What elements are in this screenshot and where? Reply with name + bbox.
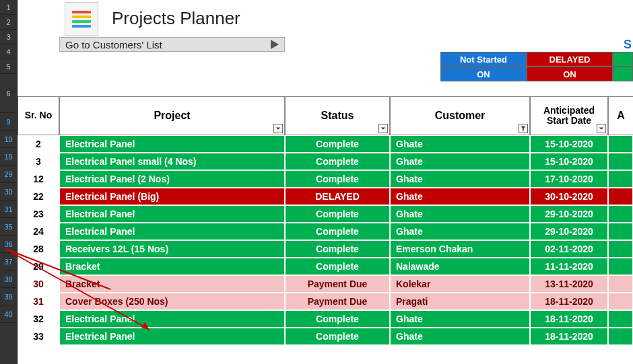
cell-cutoff[interactable] xyxy=(608,188,633,205)
row-header[interactable]: 36 xyxy=(0,235,17,253)
row-header[interactable]: 30 xyxy=(0,183,17,201)
cell-sr[interactable]: 2 xyxy=(18,135,59,153)
cell-cutoff[interactable] xyxy=(608,310,633,328)
cell-status[interactable]: Payment Due xyxy=(285,293,390,310)
cell-project[interactable]: Electrical Panel xyxy=(59,223,285,240)
cell-sr[interactable]: 22 xyxy=(18,188,59,205)
row-header[interactable]: 9 xyxy=(0,113,17,131)
row-header[interactable]: 5 xyxy=(0,59,17,74)
cell-cutoff[interactable] xyxy=(608,153,633,170)
cell-cutoff[interactable] xyxy=(608,328,633,345)
cell-date[interactable]: 11-11-2020 xyxy=(530,258,608,275)
filter-dropdown-icon[interactable] xyxy=(597,124,606,133)
cell-date[interactable]: 13-11-2020 xyxy=(530,275,608,293)
cell-cutoff[interactable] xyxy=(608,205,633,223)
table-row[interactable]: 22Electrical Panel (Big)DELAYEDGhate30-1… xyxy=(18,188,633,205)
cell-project[interactable]: Electrical Panel xyxy=(59,205,285,223)
col-header-anticipated[interactable]: Anticipated Start Date xyxy=(530,96,608,135)
go-to-customers-button[interactable]: Go to Customers' List xyxy=(59,37,285,52)
row-header[interactable]: 40 xyxy=(0,305,17,323)
cell-customer[interactable]: Ghate xyxy=(390,310,530,328)
row-header[interactable]: 10 xyxy=(0,131,17,148)
cell-sr[interactable]: 31 xyxy=(18,293,59,310)
row-header[interactable]: 39 xyxy=(0,288,17,305)
cell-date[interactable]: 15-10-2020 xyxy=(530,135,608,153)
cell-sr[interactable]: 30 xyxy=(18,275,59,293)
cell-status[interactable]: Complete xyxy=(285,170,390,188)
row-header[interactable]: 38 xyxy=(0,270,17,288)
cell-date[interactable]: 18-11-2020 xyxy=(530,310,608,328)
cell-customer[interactable]: Ghate xyxy=(390,188,530,205)
cell-customer[interactable]: Ghate xyxy=(390,153,530,170)
cell-status[interactable]: Complete xyxy=(285,258,390,275)
row-header[interactable]: 4 xyxy=(0,44,17,59)
col-header-cutoff[interactable]: A xyxy=(608,96,633,135)
cell-customer[interactable]: Kolekar xyxy=(390,275,530,293)
cell-cutoff[interactable] xyxy=(608,240,633,258)
cell-status[interactable]: Complete xyxy=(285,135,390,153)
cell-customer[interactable]: Ghate xyxy=(390,170,530,188)
cell-customer[interactable]: Ghate xyxy=(390,205,530,223)
table-row[interactable]: 12Electrical Panel (2 Nos)CompleteGhate1… xyxy=(18,170,633,188)
table-row[interactable]: 31Cover Boxes (250 Nos)Payment DuePragat… xyxy=(18,293,633,310)
cell-sr[interactable]: 12 xyxy=(18,170,59,188)
cell-sr[interactable]: 32 xyxy=(18,310,59,328)
cell-cutoff[interactable] xyxy=(608,258,633,275)
cell-project[interactable]: Electrical Panel small (4 Nos) xyxy=(59,153,285,170)
cell-cutoff[interactable] xyxy=(608,223,633,240)
cell-project[interactable]: Electrical Panel xyxy=(59,310,285,328)
cell-status[interactable]: Complete xyxy=(285,310,390,328)
table-row[interactable]: 33Electrical PanelCompleteGhate18-11-202… xyxy=(18,328,633,345)
cell-status[interactable]: Complete xyxy=(285,205,390,223)
cell-date[interactable]: 30-10-2020 xyxy=(530,188,608,205)
cell-project[interactable]: Electrical Panel (2 Nos) xyxy=(59,170,285,188)
cell-customer[interactable]: Pragati xyxy=(390,293,530,310)
cell-date[interactable]: 29-10-2020 xyxy=(530,205,608,223)
filter-active-icon[interactable] xyxy=(519,124,528,133)
row-header[interactable]: 19 xyxy=(0,148,17,166)
filter-dropdown-icon[interactable] xyxy=(273,124,283,133)
cell-customer[interactable]: Ghate xyxy=(390,135,530,153)
cell-sr[interactable]: 3 xyxy=(18,153,59,170)
row-header[interactable]: 3 xyxy=(0,30,17,44)
cell-date[interactable]: 18-11-2020 xyxy=(530,328,608,345)
col-header-customer[interactable]: Customer xyxy=(390,96,530,135)
cell-customer[interactable]: Emerson Chakan xyxy=(390,240,530,258)
cell-sr[interactable]: 28 xyxy=(18,240,59,258)
cell-project[interactable]: Electrical Panel xyxy=(59,135,285,153)
row-header[interactable]: 31 xyxy=(0,201,17,218)
cell-status[interactable]: Complete xyxy=(285,240,390,258)
row-header[interactable]: 1 xyxy=(0,0,17,15)
filter-dropdown-icon[interactable] xyxy=(378,124,388,133)
cell-customer[interactable]: Ghate xyxy=(390,223,530,240)
cell-status[interactable]: Complete xyxy=(285,153,390,170)
table-row[interactable]: 32Electrical PanelCompleteGhate18-11-202… xyxy=(18,310,633,328)
cell-sr[interactable]: 29 xyxy=(18,258,59,275)
cell-project[interactable]: Electrical Panel (Big) xyxy=(59,188,285,205)
row-header[interactable]: 35 xyxy=(0,218,17,235)
row-header[interactable]: 37 xyxy=(0,253,17,270)
table-row[interactable]: 3Electrical Panel small (4 Nos)CompleteG… xyxy=(18,153,633,170)
cell-date[interactable]: 02-11-2020 xyxy=(530,240,608,258)
table-row[interactable]: 30BracketPayment DueKolekar13-11-2020 xyxy=(18,275,633,293)
cell-date[interactable]: 18-11-2020 xyxy=(530,293,608,310)
table-row[interactable]: 23Electrical PanelCompleteGhate29-10-202… xyxy=(18,205,633,223)
cell-date[interactable]: 15-10-2020 xyxy=(530,153,608,170)
table-row[interactable]: 2Electrical PanelCompleteGhate15-10-2020 xyxy=(18,135,633,153)
cell-project[interactable]: Bracket xyxy=(59,258,285,275)
cell-cutoff[interactable] xyxy=(608,293,633,310)
row-header[interactable]: 29 xyxy=(0,166,17,183)
row-header[interactable]: 6 xyxy=(0,74,17,113)
cell-date[interactable]: 17-10-2020 xyxy=(530,170,608,188)
cell-status[interactable]: Payment Due xyxy=(285,275,390,293)
cell-cutoff[interactable] xyxy=(608,170,633,188)
cell-date[interactable]: 29-10-2020 xyxy=(530,223,608,240)
cell-sr[interactable]: 23 xyxy=(18,205,59,223)
col-header-status[interactable]: Status xyxy=(285,96,390,135)
cell-sr[interactable]: 24 xyxy=(18,223,59,240)
cell-status[interactable]: Complete xyxy=(285,328,390,345)
row-header[interactable]: 2 xyxy=(0,15,17,30)
cell-project[interactable]: Cover Boxes (250 Nos) xyxy=(59,293,285,310)
cell-sr[interactable]: 33 xyxy=(18,328,59,345)
cell-project[interactable]: Electrical Panel xyxy=(59,328,285,345)
